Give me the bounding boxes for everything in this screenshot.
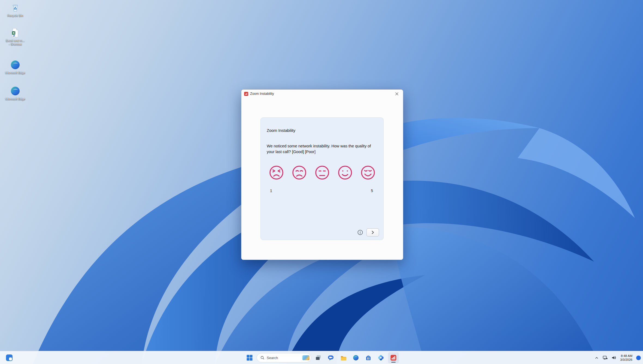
edge-icon (10, 59, 21, 70)
info-button[interactable] (357, 229, 363, 235)
survey-question: We noticed some network instability. How… (267, 143, 379, 155)
widgets-button[interactable] (4, 352, 15, 363)
zoom-instability-app-button[interactable] (388, 352, 399, 363)
scale-min-label: 1 (270, 189, 272, 193)
desktop-icon-edge-2[interactable]: Microsoft Edge (3, 86, 28, 101)
survey-panel: Zoom Instability We noticed some network… (260, 117, 384, 240)
edge-icon (353, 354, 359, 361)
clock-date: 3/3/2026 (620, 358, 632, 362)
volume-icon (611, 355, 617, 360)
volume-button[interactable] (610, 352, 618, 363)
task-view-icon (315, 354, 322, 361)
face-neutral-icon (315, 165, 330, 180)
desktop-icon-label: Recycle Bin (3, 14, 28, 17)
tray-overflow-button[interactable] (593, 352, 600, 363)
file-explorer-icon (340, 354, 347, 361)
widgets-icon (6, 354, 13, 361)
clock[interactable]: 8:48 AM 3/3/2026 (618, 354, 634, 362)
rating-2-button[interactable] (292, 165, 307, 180)
rating-1-button[interactable] (269, 165, 284, 180)
search-box[interactable]: Search (257, 353, 311, 362)
label-line-2: - Shortcut (9, 43, 22, 46)
network-button[interactable] (601, 352, 609, 363)
network-icon (602, 355, 608, 360)
store-button[interactable] (363, 352, 374, 363)
face-smile-icon (338, 165, 353, 180)
desktop-icon-recycle-bin[interactable]: Recycle Bin (3, 2, 28, 17)
search-highlight-thumbnail (302, 355, 310, 360)
edge-icon (10, 86, 21, 96)
chat-button[interactable] (325, 352, 336, 363)
survey-heading: Zoom Instability (267, 128, 295, 133)
face-sad-icon (292, 165, 307, 180)
face-angry-squint-icon (269, 165, 284, 180)
task-view-button[interactable] (313, 352, 324, 363)
start-icon (246, 354, 253, 361)
search-icon (260, 356, 265, 360)
rating-4-button[interactable] (338, 165, 353, 180)
rating-faces-row (269, 165, 375, 180)
excel-shortcut-icon (10, 27, 21, 38)
survey-app-icon (390, 354, 397, 361)
chat-icon (327, 354, 334, 361)
running-indicator (391, 362, 396, 363)
window-title: Zoom Instability (250, 92, 274, 96)
close-button[interactable] (390, 90, 403, 98)
desktop-icon-excel-shortcut[interactable]: Excel and m... - Shortcut (3, 27, 28, 46)
next-button[interactable] (366, 228, 379, 236)
desktop: Recycle Bin Excel and m... - Shortcut Mi… (0, 0, 643, 364)
file-explorer-button[interactable] (338, 352, 349, 363)
store-icon (365, 354, 372, 361)
chevron-up-icon (594, 355, 599, 360)
clock-time: 8:48 AM (620, 354, 632, 358)
search-label: Search (267, 356, 300, 360)
info-icon (357, 229, 363, 235)
photos-button[interactable] (375, 352, 386, 363)
recycle-bin-icon (10, 2, 21, 13)
photos-icon (378, 354, 384, 361)
edge-button[interactable] (350, 352, 361, 363)
desktop-icon-label: Excel and m... - Shortcut (3, 39, 28, 46)
desktop-icon-edge-1[interactable]: Microsoft Edge (3, 59, 28, 75)
scale-max-label: 5 (371, 189, 373, 193)
survey-footer (357, 228, 379, 236)
rating-3-button[interactable] (315, 165, 330, 180)
close-icon (395, 92, 399, 96)
label-line-1: Excel and m... (6, 39, 25, 42)
taskbar: Search (0, 351, 643, 364)
survey-app-icon (244, 92, 248, 96)
zoom-instability-window: Zoom Instability Zoom Instability We not… (241, 89, 403, 260)
next-arrow-icon (371, 230, 375, 235)
start-button[interactable] (244, 352, 255, 363)
window-titlebar[interactable]: Zoom Instability (241, 90, 403, 98)
rating-5-button[interactable] (360, 165, 375, 180)
desktop-icon-label: Microsoft Edge (3, 97, 28, 101)
desktop-icon-label: Microsoft Edge (3, 71, 28, 75)
face-grin-icon (360, 165, 375, 180)
notification-badge[interactable] (636, 356, 641, 360)
